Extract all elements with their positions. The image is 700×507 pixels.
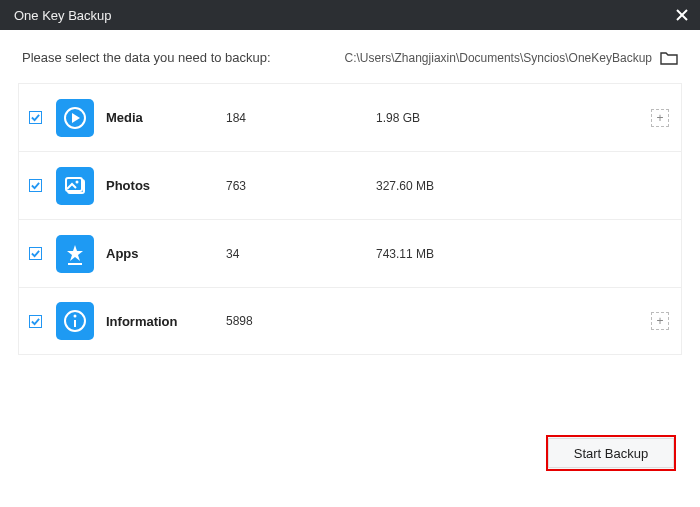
footer: Start Backup <box>546 435 676 471</box>
list-item: Media 184 1.98 GB + <box>18 83 682 151</box>
list-item: Information 5898 + <box>18 287 682 355</box>
close-icon[interactable] <box>674 7 690 23</box>
start-backup-label: Start Backup <box>548 438 674 468</box>
expand-button[interactable]: + <box>651 312 669 330</box>
svg-rect-5 <box>66 178 82 191</box>
category-size: 743.11 MB <box>376 247 669 261</box>
category-list: Media 184 1.98 GB + Photos 763 327.60 MB… <box>18 83 682 355</box>
svg-marker-3 <box>72 113 80 123</box>
category-count: 184 <box>226 111 376 125</box>
titlebar: One Key Backup <box>0 0 700 30</box>
instruction-row: Please select the data you need to backu… <box>18 50 682 65</box>
window-title: One Key Backup <box>14 8 674 23</box>
checkbox[interactable] <box>29 315 42 328</box>
instruction-text: Please select the data you need to backu… <box>22 50 345 65</box>
checkbox[interactable] <box>29 111 42 124</box>
apps-icon <box>56 235 94 273</box>
category-name: Apps <box>106 246 226 261</box>
category-count: 34 <box>226 247 376 261</box>
photos-icon <box>56 167 94 205</box>
category-name: Photos <box>106 178 226 193</box>
svg-point-10 <box>74 315 77 318</box>
list-item: Apps 34 743.11 MB + <box>18 219 682 287</box>
backup-path-text: C:\Users\Zhangjiaxin\Documents\Syncios\O… <box>345 51 652 65</box>
svg-marker-7 <box>67 245 83 261</box>
folder-icon[interactable] <box>660 51 678 65</box>
category-size: 1.98 GB <box>376 111 651 125</box>
list-item: Photos 763 327.60 MB + <box>18 151 682 219</box>
information-icon <box>56 302 94 340</box>
main-content: Please select the data you need to backu… <box>0 30 700 355</box>
checkbox[interactable] <box>29 179 42 192</box>
checkbox[interactable] <box>29 247 42 260</box>
category-size: 327.60 MB <box>376 179 669 193</box>
category-name: Information <box>106 314 226 329</box>
svg-point-6 <box>76 180 79 183</box>
start-backup-button[interactable]: Start Backup <box>546 435 676 471</box>
category-count: 763 <box>226 179 376 193</box>
expand-button[interactable]: + <box>651 109 669 127</box>
category-name: Media <box>106 110 226 125</box>
category-count: 5898 <box>226 314 376 328</box>
media-icon <box>56 99 94 137</box>
